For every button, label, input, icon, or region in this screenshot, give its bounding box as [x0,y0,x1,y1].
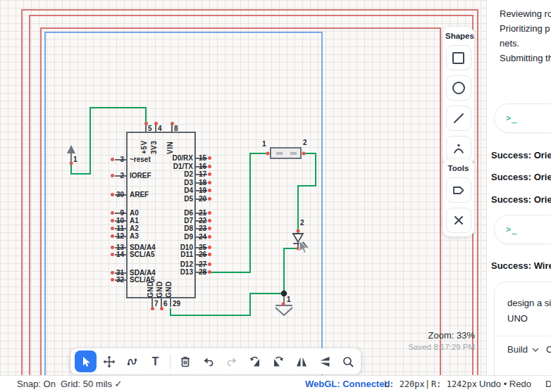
net-label-button[interactable] [446,177,471,203]
pin-name: GND [165,279,173,298]
tools-panel-title: Tools [445,164,471,172]
undo-redo-links[interactable]: Undo • Redo [479,379,531,389]
pin-number: 8 [174,125,178,132]
draw-arc-button[interactable] [446,136,471,161]
pin-number: 29 [173,300,180,308]
chip-pin-row[interactable]: D1328 [0,268,486,277]
circle-icon [452,82,465,94]
x-icon [452,214,465,227]
text-tool-icon: T [152,355,159,368]
chip-pin-row[interactable]: D924 [0,233,486,241]
flip-horizontal-icon [295,355,309,369]
draw-line-button[interactable] [446,106,471,131]
delete-tool-button[interactable] [446,208,471,233]
rectangle-icon [452,52,464,64]
status-bar: Snap: On Grid: 50 mils ✓ WebGL: Connecte… [0,375,551,392]
zoom-level-label: Zoom: 33% [408,330,475,341]
right-panel-width: R: 1242px [431,379,477,389]
terminal-prompt-icon: >_ [506,225,517,234]
pin-name: +5V [140,133,148,154]
cursor-arrow-icon [80,355,92,368]
net-label-icon [452,183,466,197]
draw-circle-button[interactable] [446,75,471,101]
move-icon [102,355,116,369]
delete-button[interactable] [174,350,196,372]
statusbar-overflow-text: D [545,379,551,389]
pin-number: 4 [158,125,162,132]
pin-number: 7 [154,300,159,308]
text-tool-button[interactable]: T [144,350,166,372]
chip-pin-row[interactable]: D419 [0,186,486,195]
chip-pin-row[interactable]: 32SCL/A5 [0,276,486,284]
resistor-pin2-label: 2 [303,139,307,146]
log-line: nets. [500,38,519,49]
success-message: Success: Orien [491,150,551,160]
trash-icon [178,355,192,369]
move-tool-button[interactable] [98,350,120,372]
success-message: Success: Orien [491,172,551,182]
terminal-prompt-icon: >_ [506,113,517,123]
pin-name: GND [147,279,154,298]
snap-status[interactable]: Snap: On [17,379,56,389]
arc-icon [452,142,465,155]
wire-icon [125,355,140,369]
zoom-status: Zoom: 33% Saved 8:17:29 PM [408,330,475,351]
flip-horizontal-button[interactable] [290,350,312,372]
card-overflow-text: C [546,344,551,355]
toolbar-divider [170,354,171,369]
search-icon [341,355,355,369]
prompt-text-line2: UNO [507,313,528,324]
card-divider [495,336,551,336]
redo-icon [225,355,239,369]
build-label: Build [507,344,528,355]
app-window: 1 1 2 2 1 5 +5V 4 3V3 8 VIN 3~reset 2IOR… [0,0,551,392]
undo-icon [202,355,216,369]
chip-pin-row[interactable]: D823 [0,225,486,233]
resistor-pin1-label: 1 [262,140,266,148]
build-dropdown-button[interactable]: Build [507,344,539,355]
select-tool-button[interactable] [75,350,97,372]
wire-junction-dot[interactable] [281,291,287,296]
pin-number: 6 [163,300,168,308]
rotate-left-button[interactable] [244,350,266,372]
chip-pin-row[interactable]: D520 [0,195,486,203]
chevron-down-icon [532,347,539,353]
terminal-command-pill[interactable]: >_ [494,103,551,133]
pin-stub [171,125,173,132]
assistant-sidebar: Reviewing ro Prioritizing p nets. Submit… [486,0,551,375]
canvas-toolbar: T [70,348,361,374]
pin-name: GND [156,279,163,298]
log-line: Prioritizing p [500,23,550,34]
ground-pin-label: 1 [287,296,291,303]
power-pin-label: 1 [73,156,78,163]
line-icon [452,112,465,125]
undo-button[interactable] [197,350,219,372]
pin-number: 5 [148,125,152,132]
draw-rectangle-button[interactable] [446,45,471,70]
flip-vertical-button[interactable] [314,350,335,372]
chip-pin-row[interactable]: D1126 [0,251,486,259]
success-message: Success: Wire [491,260,551,271]
rotate-right-icon [271,355,285,369]
led-pin-label: 2 [300,219,304,227]
pin-name: VIN [166,133,174,154]
terminal-command-pill[interactable]: >_ [494,215,551,244]
wire-tool-button[interactable] [121,350,143,372]
pin-stub [145,125,147,132]
schematic-canvas[interactable]: 1 1 2 2 1 5 +5V 4 3V3 8 VIN 3~reset 2IOR… [0,0,486,375]
left-panel-width: L: 220px [384,379,425,389]
flip-vertical-icon [318,355,332,369]
rotate-left-icon [248,355,262,369]
saved-timestamp-label: Saved 8:17:29 PM [408,343,475,351]
grid-status[interactable]: Grid: 50 mils ✓ [61,379,122,389]
tools-panel: Tools [442,159,474,236]
search-button[interactable] [337,350,359,372]
success-message: Success: Orien [491,194,551,205]
panel-separator: | [425,379,430,389]
pin-name: 3V3 [150,133,158,154]
pin-stub [155,125,156,132]
log-line: Submitting th [500,53,551,63]
redo-button[interactable] [221,350,242,372]
chip-pin-row[interactable]: D217 [0,170,486,179]
rotate-right-button[interactable] [267,350,289,372]
